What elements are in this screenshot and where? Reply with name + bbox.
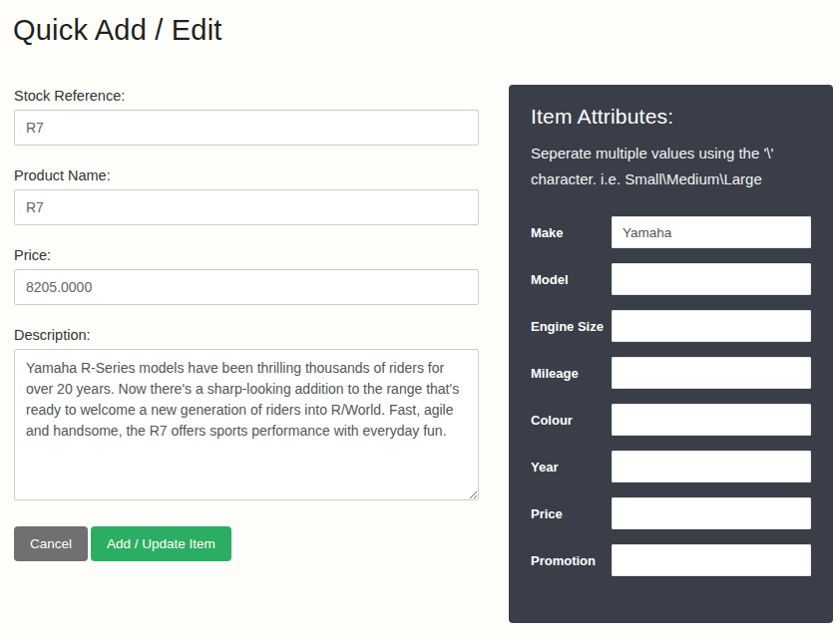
- form-button-row: Cancel Add / Update Item: [14, 526, 479, 561]
- cancel-button[interactable]: Cancel: [14, 526, 88, 561]
- engine-size-label: Engine Size: [531, 319, 612, 334]
- description-textarea[interactable]: Yamaha R-Series models have been thrilli…: [14, 349, 479, 500]
- item-attributes-rows: Make Model Engine Size Mileage Colour Ye: [531, 216, 811, 576]
- description-field-group: Description: Yamaha R-Series models have…: [14, 327, 479, 504]
- colour-label: Colour: [531, 413, 612, 428]
- product-name-label: Product Name:: [14, 167, 479, 183]
- year-label: Year: [531, 460, 612, 475]
- attribute-price-label: Price: [531, 506, 612, 521]
- item-attributes-panel: Item Attributes: Seperate multiple value…: [509, 85, 833, 623]
- model-input[interactable]: [612, 263, 811, 295]
- item-attributes-title: Item Attributes:: [531, 105, 811, 129]
- attribute-row-promotion: Promotion: [531, 544, 811, 576]
- stock-reference-input[interactable]: [14, 110, 479, 146]
- stock-reference-label: Stock Reference:: [14, 88, 479, 104]
- attribute-row-model: Model: [531, 263, 811, 295]
- price-input[interactable]: [14, 269, 479, 305]
- add-update-item-button[interactable]: Add / Update Item: [91, 526, 231, 561]
- price-label: Price:: [14, 247, 479, 263]
- attribute-row-engine-size: Engine Size: [531, 310, 811, 342]
- engine-size-input[interactable]: [612, 310, 811, 342]
- product-name-field-group: Product Name:: [14, 167, 479, 225]
- promotion-input[interactable]: [612, 544, 811, 576]
- mileage-label: Mileage: [531, 366, 612, 381]
- product-name-input[interactable]: [14, 189, 479, 225]
- description-label: Description:: [14, 327, 479, 343]
- mileage-input[interactable]: [612, 357, 811, 389]
- page-title: Quick Add / Edit: [13, 14, 222, 47]
- model-label: Model: [531, 272, 612, 287]
- attribute-row-make: Make: [531, 216, 811, 248]
- attribute-row-colour: Colour: [531, 404, 811, 436]
- year-input[interactable]: [612, 451, 811, 482]
- make-input[interactable]: [612, 216, 811, 248]
- quick-add-edit-page: Quick Add / Edit Stock Reference: Produc…: [0, 0, 840, 638]
- product-form: Stock Reference: Product Name: Price: De…: [14, 88, 479, 561]
- stock-reference-field-group: Stock Reference:: [14, 88, 479, 146]
- item-attributes-hint: Seperate multiple values using the '\' c…: [531, 141, 800, 192]
- price-field-group: Price:: [14, 247, 479, 305]
- promotion-label: Promotion: [531, 553, 612, 568]
- attribute-row-price: Price: [531, 497, 811, 529]
- make-label: Make: [531, 225, 612, 240]
- attribute-row-mileage: Mileage: [531, 357, 811, 389]
- colour-input[interactable]: [612, 404, 811, 436]
- attribute-price-input[interactable]: [612, 497, 811, 529]
- attribute-row-year: Year: [531, 451, 811, 482]
